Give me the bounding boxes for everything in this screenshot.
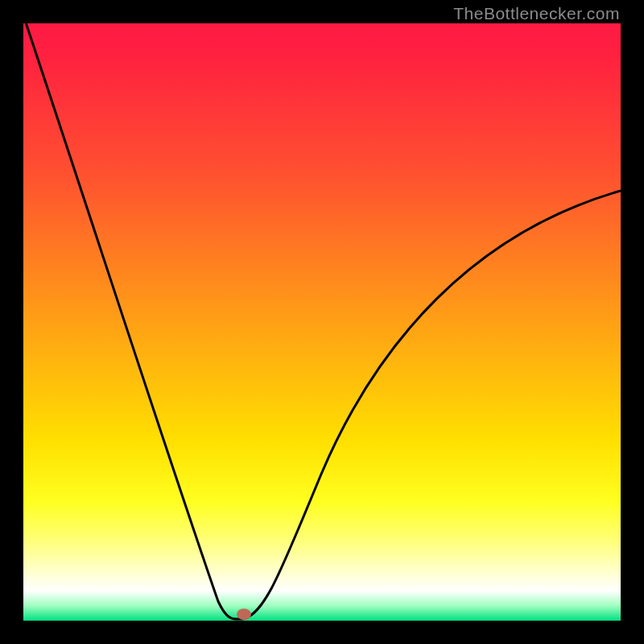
plot-area <box>23 23 621 621</box>
curve-left-branch <box>23 23 236 619</box>
curve-right-branch <box>242 191 621 619</box>
attribution-text: TheBottlenecker.com <box>453 4 620 23</box>
minimum-marker <box>237 609 251 620</box>
chart-container: TheBottlenecker.com <box>0 0 644 644</box>
curve-svg <box>23 23 621 621</box>
